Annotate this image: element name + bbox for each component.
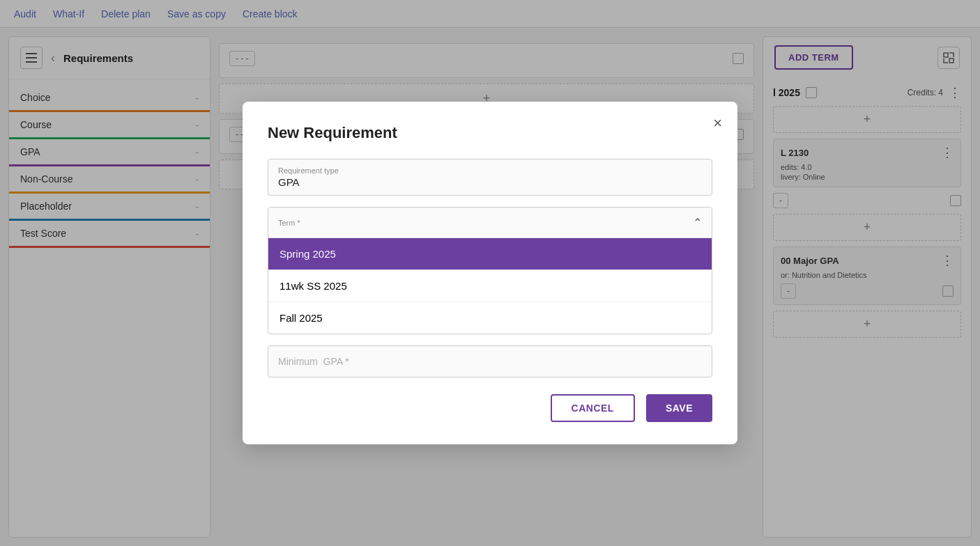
requirement-type-group: Requirement type GPA bbox=[268, 159, 712, 196]
cancel-button[interactable]: CANCEL bbox=[551, 394, 635, 422]
min-gpa-group bbox=[268, 345, 712, 377]
chevron-up-icon: ⌃ bbox=[693, 216, 702, 229]
term-option-spring2025[interactable]: Spring 2025 bbox=[268, 238, 712, 270]
save-button[interactable]: SAVE bbox=[646, 394, 712, 422]
modal-actions: CANCEL SAVE bbox=[268, 394, 712, 422]
term-options-list: Spring 2025 11wk SS 2025 Fall 2025 bbox=[268, 237, 712, 334]
new-requirement-modal: × New Requirement Requirement type GPA T… bbox=[243, 102, 737, 444]
term-label: Term * bbox=[278, 219, 300, 227]
requirement-type-field: Requirement type GPA bbox=[268, 159, 712, 196]
modal-title: New Requirement bbox=[268, 124, 712, 142]
term-dropdown-header[interactable]: Term * ⌃ bbox=[268, 208, 712, 237]
modal-close-button[interactable]: × bbox=[713, 114, 722, 132]
term-option-fall2025[interactable]: Fall 2025 bbox=[268, 302, 712, 334]
main-area: ‹ Requirements Choice - Course - GPA - N… bbox=[0, 28, 980, 546]
modal-overlay: × New Requirement Requirement type GPA T… bbox=[0, 0, 980, 546]
requirement-type-value: GPA bbox=[278, 176, 702, 188]
min-gpa-input[interactable] bbox=[268, 345, 712, 377]
requirement-type-label: Requirement type bbox=[278, 166, 702, 175]
term-dropdown-container: Term * ⌃ Spring 2025 11wk SS 2025 Fall 2… bbox=[268, 207, 712, 334]
term-option-11wkss2025[interactable]: 11wk SS 2025 bbox=[268, 270, 712, 302]
